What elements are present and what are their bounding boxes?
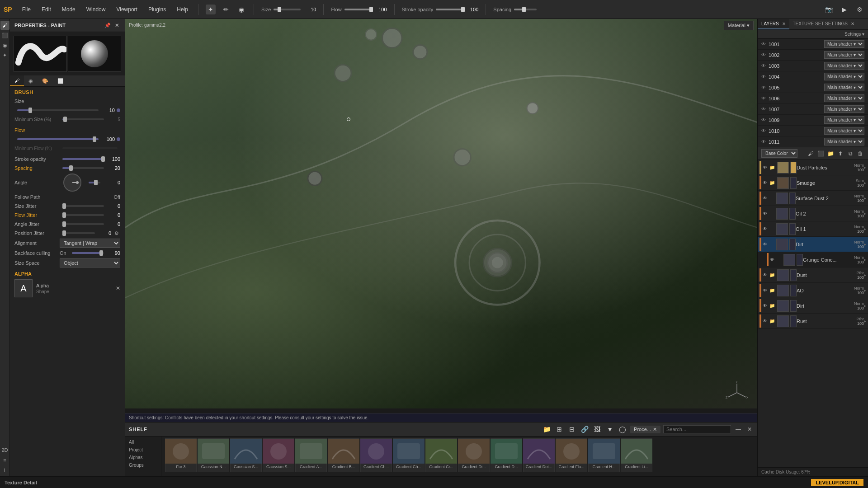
layers-tab-close-icon[interactable]: ✕ (782, 21, 786, 26)
angle-dial[interactable] (63, 174, 81, 192)
tss-vis-icon[interactable]: 👁 (761, 96, 769, 101)
size-slider[interactable] (17, 109, 99, 111)
tss-shader-select[interactable]: Main shader ▾ (824, 84, 864, 91)
category-groups[interactable]: Groups (125, 461, 161, 469)
position-jitter-slider[interactable] (62, 232, 95, 234)
layer-item-2[interactable]: 👁 Surface Dust 2 Norm 100 ▸ (758, 191, 868, 206)
layer-item-10[interactable]: 👁 📁 Rust Pthr 100 ▸ (758, 314, 868, 329)
fill-mode-icon[interactable]: ⬛ (0, 31, 9, 40)
layer-item-8[interactable]: 👁 📁 AO Norm 100 ▸ (758, 283, 868, 298)
texture-set-item-1004[interactable]: 👁 1004 Main shader ▾ (758, 71, 868, 82)
shelf-tab-close-icon[interactable]: ✕ (653, 427, 657, 432)
layer-visibility-icon[interactable]: 👁 (761, 272, 769, 277)
layer-visibility-icon[interactable]: 👁 (769, 257, 776, 262)
menu-edit[interactable]: Edit (39, 5, 54, 14)
menu-mode[interactable]: Mode (59, 5, 78, 14)
min-flow-slider[interactable] (62, 147, 118, 149)
toolbar-spacing-slider[interactable] (514, 9, 537, 10)
tss-vis-icon[interactable]: 👁 (761, 63, 769, 68)
tss-vis-icon[interactable]: 👁 (761, 42, 769, 47)
info-icon[interactable]: i (0, 465, 9, 474)
texture-set-item-1001[interactable]: 👁 1001 Main shader ▾ (758, 39, 868, 50)
tss-vis-icon[interactable]: 👁 (761, 117, 769, 122)
position-jitter-settings-icon[interactable]: ⚙ (113, 230, 120, 237)
layer-more-icon[interactable]: ▸ (864, 272, 866, 277)
alignment-dropdown[interactable]: Tangent | Wrap (60, 239, 120, 248)
layer-item-7[interactable]: 👁 📁 Dust Pthr 100 ▸ (758, 267, 868, 283)
shelf-item-9[interactable]: Gradient Di... (458, 438, 490, 472)
tss-vis-icon[interactable]: 👁 (761, 128, 769, 133)
shelf-list-icon[interactable]: ⊟ (567, 424, 577, 434)
layer-visibility-icon[interactable]: 👁 (761, 165, 769, 170)
toolbar-size-slider[interactable] (274, 9, 301, 10)
shelf-filter-icon[interactable]: ▼ (605, 424, 615, 434)
layer-add-paint-icon[interactable]: 🖌 (807, 150, 815, 158)
tss-shader-select[interactable]: Main shader ▾ (824, 73, 864, 80)
category-project[interactable]: Project (125, 446, 161, 454)
toolbar-flow-slider[interactable] (344, 9, 372, 10)
layer-visibility-icon[interactable]: 👁 (761, 180, 769, 185)
toolbar-stroke-opacity-slider[interactable] (436, 9, 463, 10)
tab-opacity[interactable]: ◉ (24, 75, 38, 86)
tss-vis-icon[interactable]: 👁 (761, 107, 769, 112)
properties-pin-icon[interactable]: 📌 (104, 22, 111, 29)
layer-import-icon[interactable]: ⬆ (836, 150, 844, 158)
material-dropdown[interactable]: Material ▾ (724, 21, 754, 30)
layer-clone-icon[interactable]: ⧉ (846, 150, 854, 158)
tss-shader-select[interactable]: Main shader ▾ (824, 105, 864, 113)
tss-shader-select[interactable]: Main shader ▾ (824, 116, 864, 124)
shelf-circle-icon[interactable]: ◯ (618, 424, 627, 434)
layer-more-icon[interactable]: ▸ (864, 180, 866, 185)
layer-group-icon[interactable]: 📁 (826, 150, 835, 158)
layer-more-icon[interactable]: ▸ (864, 242, 866, 247)
tss-shader-select[interactable]: Main shader ▾ (824, 51, 864, 59)
layers-side-icon[interactable]: ≡ (0, 455, 9, 465)
shelf-grid-icon[interactable]: ⊞ (554, 424, 564, 434)
tss-vis-icon[interactable]: 👁 (761, 74, 769, 79)
backface-slider[interactable] (72, 252, 104, 254)
shelf-item-1[interactable]: Gaussian N... (198, 438, 229, 472)
layer-more-icon[interactable]: ▸ (864, 165, 866, 170)
shelf-item-10[interactable]: Gradient D... (491, 438, 522, 472)
layer-item-5[interactable]: 👁 Dirt Norm 100 ▸ (758, 237, 868, 252)
layer-add-fill-icon[interactable]: ⬛ (816, 150, 825, 158)
shelf-item-7[interactable]: Gradient Ch... (393, 438, 425, 472)
layer-visibility-icon[interactable]: 👁 (761, 226, 769, 231)
tss-vis-icon[interactable]: 👁 (761, 52, 769, 57)
menu-window[interactable]: Window (84, 5, 108, 14)
shelf-item-8[interactable]: Gradient Cr... (425, 438, 457, 472)
tab-texture-set-settings[interactable]: TEXTURE SET SETTINGS ✕ (789, 19, 858, 29)
angle-jitter-slider[interactable] (62, 223, 104, 225)
layer-item-1[interactable]: 👁 📁 Smudge Scm 100 ▸ (758, 175, 868, 191)
tab-layers[interactable]: LAYERS ✕ (758, 19, 789, 29)
layer-more-icon[interactable]: ▸ (864, 319, 866, 324)
shelf-item-4[interactable]: Gradient A... (295, 438, 327, 472)
tab-color[interactable]: 🎨 (38, 75, 53, 86)
layer-visibility-icon[interactable]: 👁 (761, 288, 769, 293)
paint-tool-icon[interactable]: ✏ (221, 5, 231, 14)
shelf-item-3[interactable]: Gaussian S... (263, 438, 294, 472)
layer-more-icon[interactable]: ▸ (864, 226, 866, 231)
eraser-tool-icon[interactable]: ◉ (236, 5, 246, 14)
shelf-item-6[interactable]: Gradient Ch... (360, 438, 392, 472)
view-2d-icon[interactable]: 2D (0, 446, 9, 455)
size-jitter-slider[interactable] (62, 205, 104, 207)
flow-slider[interactable] (17, 138, 99, 140)
layer-more-icon[interactable]: ▸ (864, 196, 866, 201)
tss-vis-icon[interactable]: 👁 (761, 85, 769, 90)
menu-plugins[interactable]: Plugins (146, 5, 169, 14)
category-alphas[interactable]: Alphas (125, 454, 161, 461)
layer-item-9[interactable]: 👁 📁 Dirt Norm 100 ▸ (758, 298, 868, 314)
layers-base-color-dropdown[interactable]: Base Color (761, 149, 797, 158)
layer-item-6[interactable]: 👁 Grunge Conc... Norm 100 ▸ (758, 252, 868, 267)
stroke-opacity-slider[interactable] (62, 158, 104, 160)
layer-item-4[interactable]: 👁 Oil 1 Norm 100 ▸ (758, 221, 868, 237)
tab-brush[interactable]: 🖌 (10, 75, 24, 86)
shelf-folder-icon[interactable]: 📁 (542, 424, 552, 434)
layer-more-icon[interactable]: ▸ (864, 257, 866, 262)
mask-mode-icon[interactable]: ◉ (0, 41, 9, 50)
shelf-image-icon[interactable]: 🖼 (592, 424, 602, 434)
layer-visibility-icon[interactable]: 👁 (761, 303, 769, 308)
render-icon[interactable]: ▶ (839, 5, 849, 14)
texture-set-item-1011[interactable]: 👁 1011 Main shader ▾ (758, 136, 868, 147)
